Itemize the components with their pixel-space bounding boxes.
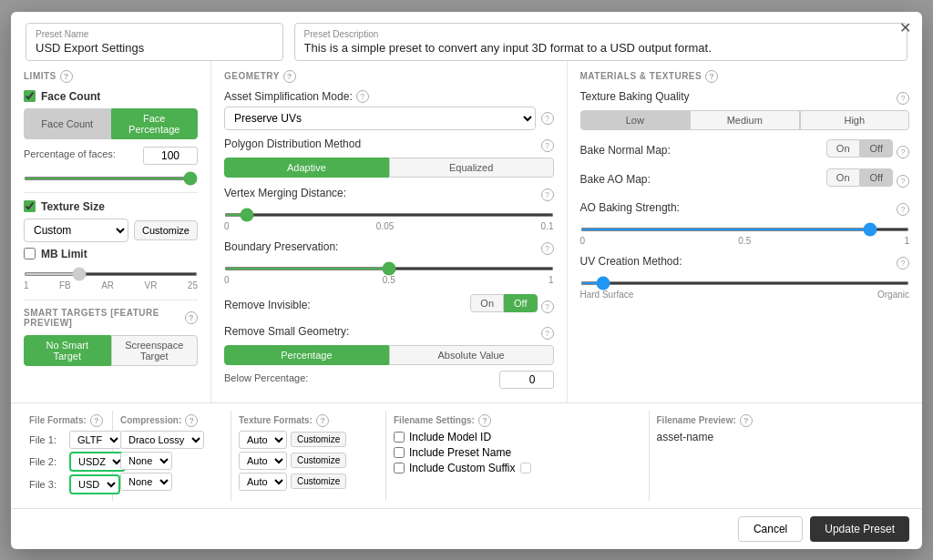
- remove-invisible-off[interactable]: Off: [504, 294, 537, 312]
- boundary-slider[interactable]: [224, 267, 554, 270]
- close-button[interactable]: ✕: [899, 21, 911, 36]
- below-percentage-row: Below Percentage:: [224, 371, 554, 389]
- preset-name-input[interactable]: [36, 41, 273, 55]
- uv-method-help[interactable]: ?: [897, 257, 909, 270]
- cancel-button[interactable]: Cancel: [738, 516, 803, 542]
- materials-column: MATERIALS & TEXTURES ? Texture Baking Qu…: [568, 61, 923, 402]
- file-formats-help[interactable]: ?: [90, 414, 103, 427]
- baking-quality-label: Texture Baking Quality: [580, 90, 690, 103]
- texture-formats-col: Texture Formats: ? Auto Customize Auto C…: [231, 411, 386, 501]
- face-count-label: Face Count: [41, 90, 100, 103]
- preview-name: asset-name: [657, 431, 905, 443]
- file1-compression-select[interactable]: Draco Lossy: [120, 431, 204, 449]
- file2-customize-btn[interactable]: Customize: [291, 453, 346, 468]
- mb-limit-slider[interactable]: [24, 272, 198, 276]
- face-count-row: Face Count: [24, 90, 198, 103]
- simplification-help-icon[interactable]: ?: [356, 90, 369, 103]
- face-count-button[interactable]: Face Count: [24, 108, 111, 139]
- simplification-row: Preserve UVs ?: [224, 107, 554, 130]
- smart-targets-help-icon[interactable]: ?: [185, 311, 198, 324]
- boundary-help-icon[interactable]: ?: [541, 242, 554, 255]
- remove-invisible-help[interactable]: ?: [541, 300, 554, 313]
- remove-small-btngroup: Percentage Absolute Value: [224, 345, 554, 365]
- face-count-slider[interactable]: [24, 177, 198, 180]
- filename-settings-help[interactable]: ?: [478, 414, 491, 427]
- file2-compression-select[interactable]: None: [120, 452, 172, 470]
- vertex-slider[interactable]: [224, 213, 554, 217]
- baking-quality-help[interactable]: ?: [897, 92, 909, 105]
- simplification-select-help[interactable]: ?: [541, 112, 554, 125]
- bake-normal-off[interactable]: Off: [860, 139, 893, 158]
- materials-help-icon[interactable]: ?: [705, 70, 718, 83]
- remove-invisible-on[interactable]: On: [470, 294, 504, 312]
- geometry-help-icon[interactable]: ?: [283, 70, 296, 83]
- polygon-help-icon[interactable]: ?: [541, 139, 554, 152]
- face-count-btngroup: Face Count Face Percentage: [24, 108, 198, 139]
- no-smart-target-button[interactable]: No Smart Target: [24, 335, 111, 366]
- texture-size-row: Texture Size: [24, 200, 198, 213]
- preset-desc-field: Preset Description: [294, 23, 907, 61]
- uv-slider-container: Hard Surface Organic: [580, 275, 910, 300]
- bake-normal-on[interactable]: On: [826, 139, 860, 158]
- uv-slider[interactable]: [580, 281, 910, 285]
- vertex-help-icon[interactable]: ?: [541, 188, 554, 201]
- bake-ao-on[interactable]: On: [826, 168, 860, 187]
- dialog-header: Preset Name Preset Description ✕: [11, 12, 922, 61]
- texture-size-checkbox[interactable]: [24, 200, 36, 212]
- medium-button[interactable]: Medium: [690, 110, 800, 130]
- geometry-column: GEOMETRY ? Asset Simplification Mode: ? …: [211, 61, 568, 402]
- file3-customize-btn[interactable]: Customize: [291, 473, 346, 489]
- file3-format-row: File 3: USD: [29, 474, 105, 494]
- absolute-button[interactable]: Absolute Value: [389, 345, 554, 365]
- file1-customize-btn[interactable]: Customize: [291, 432, 346, 447]
- ao-strength-label: AO Baking Strength:: [580, 201, 680, 214]
- ao-strength-slider-container: 0 0.5 1: [580, 221, 910, 246]
- preset-desc-input[interactable]: [304, 41, 897, 55]
- preset-desc-label: Preset Description: [304, 29, 897, 39]
- remove-small-help[interactable]: ?: [541, 327, 554, 340]
- include-preset-name-checkbox[interactable]: [394, 447, 405, 458]
- face-percentage-button[interactable]: Face Percentage: [111, 108, 199, 139]
- simplification-select[interactable]: Preserve UVs: [224, 107, 536, 130]
- percentage-button[interactable]: Percentage: [224, 345, 389, 365]
- below-percentage-input[interactable]: [499, 371, 554, 389]
- customize-button[interactable]: Customize: [134, 220, 198, 240]
- limits-column: LIMITS ? Face Count Face Count Face Perc…: [11, 61, 211, 402]
- adaptive-button[interactable]: Adaptive: [224, 158, 389, 178]
- file1-compression-row: Draco Lossy: [120, 431, 223, 449]
- filename-preview-title: Filename Preview: ?: [657, 414, 905, 427]
- bake-normal-help[interactable]: ?: [897, 146, 909, 158]
- mb-limit-checkbox[interactable]: [24, 248, 36, 260]
- file2-compression-row: None: [120, 452, 223, 470]
- file1-texture-select[interactable]: Auto: [239, 431, 287, 449]
- ao-strength-help[interactable]: ?: [897, 203, 909, 216]
- screenspace-target-button[interactable]: Screenspace Target: [111, 335, 199, 366]
- file-formats-title: File Formats: ?: [29, 414, 105, 427]
- filename-preview-col: Filename Preview: ? asset-name: [650, 411, 912, 501]
- percentage-input[interactable]: [143, 147, 198, 165]
- ao-strength-slider[interactable]: [580, 228, 910, 231]
- ao-slider-labels: 0 0.5 1: [580, 236, 910, 246]
- file2-texture-select[interactable]: Auto: [239, 452, 287, 470]
- limits-help-icon[interactable]: ?: [60, 70, 73, 83]
- custom-suffix-input[interactable]: [520, 463, 531, 473]
- filename-preview-help[interactable]: ?: [740, 414, 753, 427]
- bake-ao-off[interactable]: Off: [860, 168, 893, 187]
- texture-size-select[interactable]: Custom: [24, 219, 128, 242]
- boundary-slider-container: 0 0.5 1: [224, 260, 554, 285]
- file3-texture-row: Auto Customize: [239, 473, 378, 491]
- include-model-id-checkbox[interactable]: [394, 432, 405, 443]
- compression-help[interactable]: ?: [185, 414, 198, 427]
- include-custom-suffix-checkbox[interactable]: [394, 463, 405, 473]
- update-preset-button[interactable]: Update Preset: [810, 516, 909, 542]
- high-button[interactable]: High: [800, 110, 910, 130]
- file3-compression-select[interactable]: None: [120, 473, 172, 491]
- face-count-checkbox[interactable]: [24, 90, 36, 102]
- texture-formats-title: Texture Formats: ?: [239, 414, 378, 427]
- texture-formats-help[interactable]: ?: [316, 414, 329, 427]
- file3-texture-select[interactable]: Auto: [239, 473, 287, 491]
- low-button[interactable]: Low: [580, 110, 691, 130]
- bake-ao-help[interactable]: ?: [897, 175, 909, 188]
- equalized-button[interactable]: Equalized: [389, 158, 554, 178]
- smart-targets-btngroup: No Smart Target Screenspace Target: [24, 335, 198, 366]
